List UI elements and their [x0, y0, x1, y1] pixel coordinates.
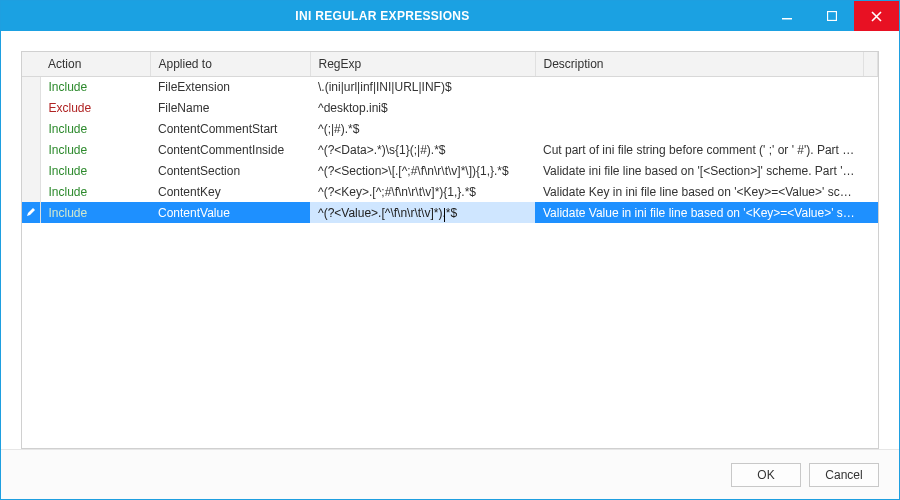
header-row: Action Applied to RegExp Description [22, 52, 878, 76]
cell-tail [864, 202, 878, 223]
cell-tail [864, 139, 878, 160]
cell-tail [864, 160, 878, 181]
cell-tail [864, 97, 878, 118]
row-indicator [22, 97, 40, 118]
cell-action[interactable]: Include [40, 181, 150, 202]
cell-regexp[interactable]: ^desktop.ini$ [310, 97, 535, 118]
row-indicator [22, 76, 40, 97]
cell-action[interactable]: Include [40, 76, 150, 97]
cell-applied-to[interactable]: ContentCommentStart [150, 118, 310, 139]
cell-regexp[interactable]: \.(ini|url|inf|INI|URL|INF)$ [310, 76, 535, 97]
action-label: Include [49, 80, 88, 94]
cell-action[interactable]: Include [40, 118, 150, 139]
col-action[interactable]: Action [40, 52, 150, 76]
row-indicator [22, 160, 40, 181]
maximize-button[interactable] [809, 1, 854, 31]
cell-description[interactable]: Validate ini file line based on '[<Secti… [535, 160, 864, 181]
col-description[interactable]: Description [535, 52, 864, 76]
table-row[interactable]: IncludeContentKey^(?<Key>.[^;#\f\n\r\t\v… [22, 181, 878, 202]
close-icon [871, 11, 882, 22]
table-row[interactable]: IncludeFileExtension\.(ini|url|inf|INI|U… [22, 76, 878, 97]
cell-applied-to[interactable]: ContentCommentInside [150, 139, 310, 160]
cell-action[interactable]: Exclude [40, 97, 150, 118]
table-row[interactable]: IncludeContentCommentStart^(;|#).*$ [22, 118, 878, 139]
cell-description[interactable] [535, 118, 864, 139]
cell-applied-to[interactable]: ContentSection [150, 160, 310, 181]
action-label: Exclude [49, 101, 92, 115]
cancel-button[interactable]: Cancel [809, 463, 879, 487]
cell-applied-to[interactable]: FileName [150, 97, 310, 118]
table-row[interactable]: IncludeContentSection^(?<Section>\[.[^;#… [22, 160, 878, 181]
cell-regexp[interactable]: ^(?<Value>.[^\f\n\r\t\v]*).*$ [310, 202, 535, 223]
close-button[interactable] [854, 1, 899, 31]
row-indicator [22, 118, 40, 139]
cell-regexp[interactable]: ^(?<Key>.[^;#\f\n\r\t\v]*){1,}.*$ [310, 181, 535, 202]
window-controls [764, 1, 899, 31]
cell-action[interactable]: Include [40, 202, 150, 223]
dialog-footer: OK Cancel [1, 449, 899, 499]
action-label: Include [49, 122, 88, 136]
cell-tail [864, 76, 878, 97]
table-row[interactable]: ExcludeFileName^desktop.ini$ [22, 97, 878, 118]
svg-rect-1 [827, 12, 836, 21]
dialog-content: Action Applied to RegExp Description Inc… [1, 31, 899, 449]
cell-regexp[interactable]: ^(;|#).*$ [310, 118, 535, 139]
action-label: Include [49, 206, 88, 220]
col-tail [864, 52, 878, 76]
row-indicator [22, 181, 40, 202]
row-indicator [22, 139, 40, 160]
row-indicator [22, 202, 40, 223]
cell-action[interactable]: Include [40, 160, 150, 181]
svg-rect-0 [782, 18, 792, 20]
cell-applied-to[interactable]: FileExtension [150, 76, 310, 97]
dialog-window: INI REGULAR EXPRESSIONS Acti [0, 0, 900, 500]
edit-indicator-icon [26, 207, 36, 217]
text-caret [444, 208, 445, 222]
action-label: Include [49, 143, 88, 157]
cell-description[interactable] [535, 97, 864, 118]
cell-description[interactable]: Validate Value in ini file line based on… [535, 202, 864, 223]
minimize-icon [782, 11, 792, 21]
minimize-button[interactable] [764, 1, 809, 31]
cell-tail [864, 118, 878, 139]
table-row[interactable]: IncludeContentCommentInside^(?<Data>.*)\… [22, 139, 878, 160]
ok-button[interactable]: OK [731, 463, 801, 487]
titlebar: INI REGULAR EXPRESSIONS [1, 1, 899, 31]
cell-applied-to[interactable]: ContentKey [150, 181, 310, 202]
action-label: Include [49, 185, 88, 199]
cell-action[interactable]: Include [40, 139, 150, 160]
cell-description[interactable] [535, 76, 864, 97]
col-regexp[interactable]: RegExp [310, 52, 535, 76]
cell-regexp[interactable]: ^(?<Data>.*)\s{1}(;|#).*$ [310, 139, 535, 160]
col-applied-to[interactable]: Applied to [150, 52, 310, 76]
regex-table: Action Applied to RegExp Description Inc… [22, 52, 878, 223]
action-label: Include [49, 164, 88, 178]
table-row[interactable]: IncludeContentValue^(?<Value>.[^\f\n\r\t… [22, 202, 878, 223]
cell-applied-to[interactable]: ContentValue [150, 202, 310, 223]
maximize-icon [827, 11, 837, 21]
cell-regexp[interactable]: ^(?<Section>\[.[^;#\f\n\r\t\v]*\]){1,}.*… [310, 160, 535, 181]
regex-grid[interactable]: Action Applied to RegExp Description Inc… [21, 51, 879, 449]
window-title: INI REGULAR EXPRESSIONS [1, 9, 764, 23]
regexp-editor[interactable]: ^(?<Value>.[^\f\n\r\t\v]*).*$ [318, 206, 457, 220]
cell-tail [864, 181, 878, 202]
row-indicator-header [22, 52, 40, 76]
cell-description[interactable]: Validate Key in ini file line based on '… [535, 181, 864, 202]
cell-description[interactable]: Cut part of ini file string before comme… [535, 139, 864, 160]
